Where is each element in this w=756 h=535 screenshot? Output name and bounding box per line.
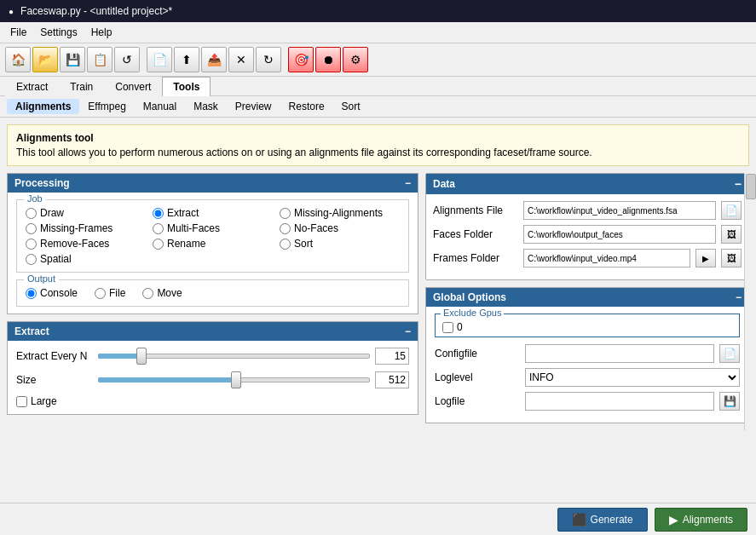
faces-folder-input[interactable]	[523, 225, 716, 244]
job-group: Job Draw Extract	[16, 199, 409, 273]
generate-icon: ⬛	[572, 513, 586, 526]
radio-remove-faces-input[interactable]	[26, 239, 37, 250]
radio-file-input[interactable]	[95, 288, 106, 299]
radio-draw-input[interactable]	[26, 208, 37, 219]
radio-move-label: Move	[157, 287, 182, 299]
radio-multi-faces-input[interactable]	[153, 223, 164, 234]
extract-every-n-value[interactable]	[375, 348, 409, 365]
subnav-mask[interactable]: Mask	[185, 99, 227, 114]
alignments-play-icon: ▶	[669, 513, 678, 526]
configfile-input[interactable]	[525, 344, 714, 363]
global-options-collapse[interactable]: −	[736, 291, 742, 303]
subnav-effmpeg[interactable]: Effmpeg	[79, 99, 134, 114]
radio-console-label: Console	[40, 287, 78, 299]
subnav-manual[interactable]: Manual	[135, 99, 185, 114]
data-collapse[interactable]: −	[735, 177, 742, 191]
toolbar-stop-btn[interactable]: ✕	[228, 47, 254, 72]
processing-body: Job Draw Extract	[8, 193, 418, 314]
logfile-input[interactable]	[525, 392, 714, 411]
radio-no-faces-input[interactable]	[280, 223, 291, 234]
radio-rename-label: Rename	[167, 238, 205, 250]
faces-folder-browse-btn[interactable]: 🖼	[721, 225, 742, 244]
extract-panel: Extract − Extract Every N	[7, 321, 418, 415]
menu-settings[interactable]: Settings	[33, 24, 84, 41]
frames-folder-video-btn[interactable]: ▶	[695, 249, 716, 268]
menu-help[interactable]: Help	[84, 24, 119, 41]
radio-multi-faces-label: Multi-Faces	[167, 222, 220, 234]
tab-convert[interactable]: Convert	[104, 77, 162, 96]
generate-button[interactable]: ⬛ Generate	[557, 508, 648, 532]
extract-slider-thumb[interactable]	[136, 348, 147, 365]
alignments-file-browse-btn[interactable]: 📄	[721, 201, 742, 220]
toolbar-reload-btn[interactable]: ↺	[114, 47, 140, 72]
data-body: Alignments File 📄 Faces Folder 🖼 Frames …	[426, 194, 748, 279]
alignments-file-input[interactable]	[523, 201, 716, 220]
toolbar-settings-btn[interactable]: ⚙	[343, 47, 368, 72]
processing-header[interactable]: Processing −	[8, 174, 418, 193]
tab-extract[interactable]: Extract	[5, 77, 59, 96]
large-checkbox[interactable]	[16, 396, 27, 407]
subnav-preview[interactable]: Preview	[227, 99, 280, 114]
radio-console: Console	[26, 287, 78, 299]
subnav-restore[interactable]: Restore	[280, 99, 333, 114]
global-options-header[interactable]: Global Options −	[426, 288, 748, 307]
extract-collapse[interactable]: −	[405, 325, 411, 337]
scrollbar-thumb[interactable]	[746, 174, 756, 199]
configfile-browse-btn[interactable]: 📄	[719, 344, 740, 363]
processing-collapse[interactable]: −	[405, 177, 411, 189]
toolbar-export-btn[interactable]: 📤	[201, 47, 227, 72]
toolbar-restart-btn[interactable]: ↻	[256, 47, 281, 72]
logfile-row: Logfile 💾	[435, 392, 740, 411]
toolbar-home-btn[interactable]: 🏠	[5, 47, 31, 72]
radio-missing-alignments: Missing-Alignments	[280, 207, 400, 219]
toolbar-folder-btn[interactable]: 📂	[32, 47, 58, 72]
sub-nav: Alignments Effmpeg Manual Mask Preview R…	[0, 96, 756, 118]
subnav-sort[interactable]: Sort	[333, 99, 369, 114]
size-value[interactable]	[375, 371, 409, 388]
generate-label: Generate	[591, 514, 633, 526]
alignments-button[interactable]: ▶ Alignments	[655, 508, 747, 532]
menu-file[interactable]: File	[3, 24, 33, 41]
radio-missing-alignments-input[interactable]	[280, 208, 291, 219]
radio-multi-faces: Multi-Faces	[153, 222, 273, 234]
size-slider-fill	[98, 377, 234, 383]
logfile-browse-btn[interactable]: 💾	[719, 392, 740, 411]
extract-body: Extract Every N Size	[8, 341, 418, 414]
exclude-gpus-checkbox[interactable]	[442, 322, 453, 333]
frames-folder-image-btn[interactable]: 🖼	[721, 249, 742, 268]
radio-file: File	[95, 287, 125, 299]
output-row: Console File Move	[26, 287, 400, 299]
extract-every-n-row: Extract Every N	[16, 348, 409, 365]
toolbar-new-btn[interactable]: 📄	[147, 47, 172, 72]
toolbar-record-btn[interactable]: ⏺	[315, 47, 341, 72]
extract-header[interactable]: Extract −	[8, 322, 418, 341]
main-scrollbar[interactable]	[744, 173, 756, 430]
toolbar-target-btn[interactable]: 🎯	[288, 47, 314, 72]
radio-missing-alignments-label: Missing-Alignments	[294, 207, 383, 219]
title-bar: ● Faceswap.py - <untitled project>*	[0, 0, 756, 22]
toolbar-loadmodel-btn[interactable]: ⬆	[174, 47, 199, 72]
frames-folder-input[interactable]	[523, 249, 690, 268]
output-group-label: Output	[24, 273, 59, 284]
subnav-alignments[interactable]: Alignments	[7, 99, 79, 114]
radio-console-input[interactable]	[26, 288, 37, 299]
loglevel-select[interactable]: DEBUG INFO WARNING ERROR CRITICAL	[525, 368, 740, 387]
radio-remove-faces: Remove-Faces	[26, 238, 146, 250]
radio-rename-input[interactable]	[153, 239, 164, 250]
radio-spatial-input[interactable]	[26, 254, 37, 265]
radio-sort-input[interactable]	[280, 239, 291, 250]
radio-extract-input[interactable]	[153, 208, 164, 219]
radio-missing-frames-input[interactable]	[26, 223, 37, 234]
radio-no-faces: No-Faces	[280, 222, 400, 234]
toolbar-saveas-btn[interactable]: 📋	[87, 47, 113, 72]
tab-tools[interactable]: Tools	[162, 77, 211, 96]
exclude-gpus-group: Exclude Gpus 0	[435, 314, 740, 337]
data-header[interactable]: Data −	[426, 174, 748, 194]
size-slider-thumb[interactable]	[231, 371, 241, 388]
configfile-label: Configfile	[435, 348, 520, 360]
tab-train[interactable]: Train	[59, 77, 104, 96]
output-group: Output Console File	[16, 279, 409, 307]
radio-file-label: File	[109, 287, 125, 299]
toolbar-save-btn[interactable]: 💾	[60, 47, 85, 72]
radio-move-input[interactable]	[142, 288, 153, 299]
